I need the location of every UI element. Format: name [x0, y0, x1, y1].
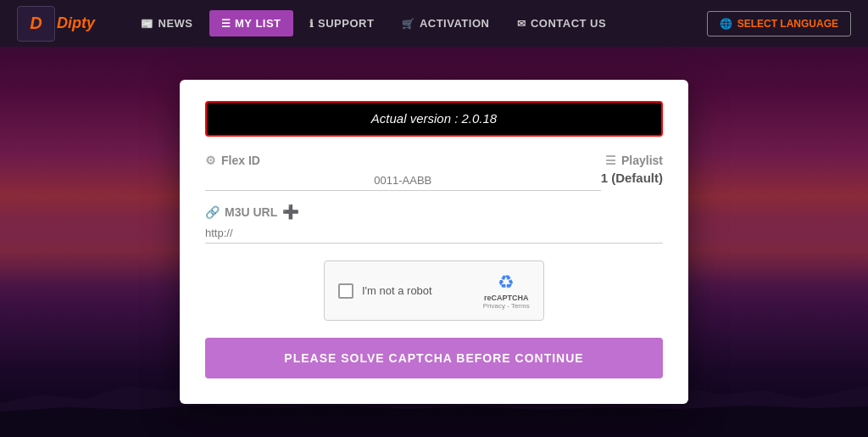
nav-item-activation[interactable]: 🛒 ACTIVATION	[390, 10, 501, 36]
flex-id-icon: ⚙	[205, 154, 216, 167]
m3u-section: 🔗 M3U URL ➕	[205, 204, 663, 244]
link-icon: 🔗	[205, 205, 220, 219]
nav-label-activation: ACTIVATION	[420, 17, 490, 30]
navbar: D Dipty 📰 NEWS ☰ MY LIST ℹ SUPPORT 🛒 ACT…	[0, 0, 868, 47]
nav-label-mylist: MY LIST	[235, 17, 281, 30]
submit-label: PLEASE SOLVE CAPTCHA BEFORE CONTINUE	[284, 351, 583, 365]
news-icon: 📰	[141, 18, 154, 30]
submit-button[interactable]: PLEASE SOLVE CAPTCHA BEFORE CONTINUE	[205, 338, 663, 378]
globe-icon: 🌐	[720, 18, 732, 30]
captcha-wrapper: I'm not a robot ♻ reCAPTCHA Privacy - Te…	[205, 261, 663, 321]
playlist-icon: ☰	[605, 154, 616, 167]
nav-item-mylist[interactable]: ☰ MY LIST	[209, 10, 293, 36]
version-bar: Actual version : 2.0.18	[205, 101, 663, 137]
flex-id-input[interactable]	[205, 171, 601, 191]
nav-items: 📰 NEWS ☰ MY LIST ℹ SUPPORT 🛒 ACTIVATION …	[129, 10, 698, 36]
recaptcha-logo-icon: ♻	[498, 272, 515, 294]
nav-label-news: NEWS	[159, 17, 193, 30]
logo-box: D	[17, 6, 55, 42]
m3u-url-input[interactable]	[205, 223, 663, 244]
playlist-value: 1 (Default)	[601, 171, 663, 185]
flex-id-label: ⚙ Flex ID	[205, 154, 601, 167]
captcha-right: ♻ reCAPTCHA Privacy - Terms	[483, 272, 530, 310]
playlist-field: ☰ Playlist 1 (Default)	[601, 154, 663, 185]
nav-label-contact: CONTACT US	[531, 17, 606, 30]
captcha-box: I'm not a robot ♻ reCAPTCHA Privacy - Te…	[324, 261, 544, 321]
recaptcha-links: Privacy - Terms	[483, 302, 530, 310]
recaptcha-brand: reCAPTCHA	[484, 294, 529, 302]
main-card: Actual version : 2.0.18 ⚙ Flex ID ☰ Play…	[180, 80, 688, 404]
flex-playlist-row: ⚙ Flex ID ☰ Playlist 1 (Default)	[205, 154, 663, 191]
main-content: Actual version : 2.0.18 ⚙ Flex ID ☰ Play…	[0, 47, 868, 437]
m3u-label: 🔗 M3U URL ➕	[205, 204, 663, 220]
nav-label-support: SUPPORT	[318, 17, 374, 30]
playlist-label: ☰ Playlist	[601, 154, 663, 167]
mail-icon: ✉	[517, 18, 526, 30]
cart-icon: 🛒	[402, 18, 415, 30]
list-icon: ☰	[221, 18, 231, 30]
nav-item-contact[interactable]: ✉ CONTACT US	[505, 10, 618, 36]
captcha-left: I'm not a robot	[338, 283, 432, 299]
logo-text: Dipty	[57, 14, 95, 32]
flex-id-field: ⚙ Flex ID	[205, 154, 601, 191]
captcha-label: I'm not a robot	[362, 284, 432, 297]
info-icon: ℹ	[309, 18, 314, 30]
version-text: Actual version : 2.0.18	[371, 111, 497, 126]
lang-label: SELECT LANGUAGE	[737, 18, 838, 30]
logo-icon: D	[30, 14, 42, 33]
captcha-checkbox[interactable]	[338, 283, 353, 299]
logo[interactable]: D Dipty	[17, 6, 95, 42]
m3u-add-button[interactable]: ➕	[282, 204, 299, 220]
language-selector[interactable]: 🌐 SELECT LANGUAGE	[707, 11, 851, 36]
nav-item-support[interactable]: ℹ SUPPORT	[298, 10, 387, 36]
nav-item-news[interactable]: 📰 NEWS	[129, 10, 205, 36]
